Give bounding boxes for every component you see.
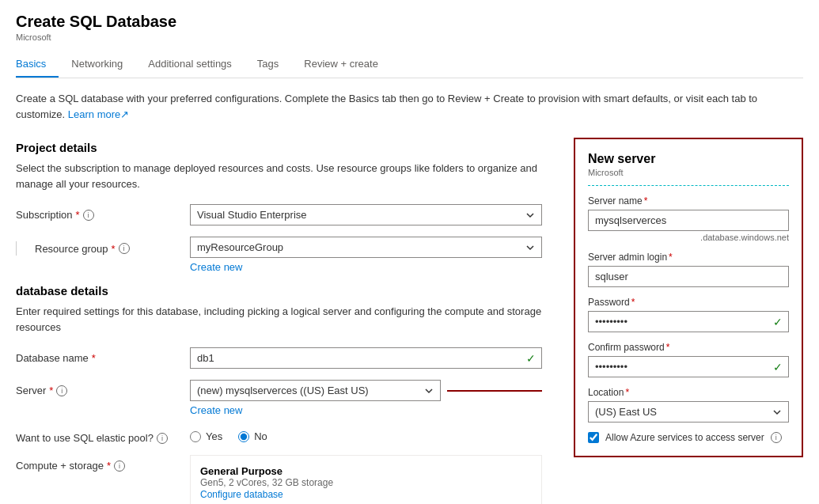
password-label: Password * (588, 297, 789, 308)
admin-login-label: Server admin login * (588, 252, 789, 263)
confirm-password-check-icon: ✓ (773, 361, 783, 373)
form-main: Project details Select the subscription … (16, 138, 542, 504)
resource-group-info-icon[interactable]: i (119, 243, 130, 254)
admin-login-field: Server admin login * (588, 252, 789, 287)
compute-desc: Gen5, 2 vCores, 32 GB storage (200, 477, 532, 488)
allow-azure-checkbox[interactable] (588, 432, 599, 443)
learn-more-link[interactable]: Learn more↗ (68, 108, 129, 120)
nav-tabs: Basics Networking Additional settings Ta… (16, 51, 803, 78)
tab-basics[interactable]: Basics (16, 51, 59, 78)
subscription-info-icon[interactable]: i (83, 210, 94, 221)
resource-group-select[interactable]: myResourceGroup (190, 237, 542, 258)
compute-info-icon[interactable]: i (114, 460, 125, 472)
location-field: Location * (US) East US (588, 387, 789, 423)
server-row: Server * i (new) mysqlserverces ((US) Ea… (16, 380, 542, 416)
elastic-pool-label: Want to use SQL elastic pool? i (16, 427, 190, 444)
server-label: Server * i (16, 380, 190, 396)
new-server-panel: New server Microsoft Server name * .data… (574, 138, 803, 504)
server-control: (new) mysqlserverces ((US) East US) Crea… (190, 380, 542, 416)
subscription-label: Subscription * i (16, 204, 190, 221)
confirm-password-label: Confirm password * (588, 342, 789, 353)
tab-additional-settings[interactable]: Additional settings (135, 51, 245, 78)
compute-storage-control: General Purpose Gen5, 2 vCores, 32 GB st… (190, 455, 542, 504)
compute-title: General Purpose (200, 465, 532, 477)
location-select[interactable]: (US) East US (588, 401, 789, 423)
database-name-check-icon: ✓ (526, 352, 536, 365)
tab-networking[interactable]: Networking (59, 51, 135, 78)
server-name-suffix: .database.windows.net (588, 233, 789, 242)
resource-group-row: Resource group * i myResourceGroup Creat… (16, 237, 542, 273)
elastic-pool-yes-radio[interactable] (190, 431, 201, 442)
page-header: Create SQL Database Microsoft (16, 13, 803, 42)
elastic-pool-yes-option[interactable]: Yes (190, 430, 222, 442)
page-container: Create SQL Database Microsoft Basics Net… (0, 0, 819, 504)
elastic-pool-control: Yes No (190, 427, 542, 442)
resource-group-control: myResourceGroup Create new (190, 237, 542, 273)
password-input[interactable] (588, 311, 789, 332)
database-name-row: Database name * ✓ (16, 347, 542, 369)
compute-box: General Purpose Gen5, 2 vCores, 32 GB st… (190, 455, 542, 504)
confirm-password-input[interactable] (588, 356, 789, 377)
location-label: Location * (588, 387, 789, 398)
allow-azure-info-icon[interactable]: i (771, 432, 782, 443)
panel-title: New server (588, 152, 789, 166)
tab-tags[interactable]: Tags (245, 51, 291, 78)
server-name-field: Server name * .database.windows.net (588, 195, 789, 242)
admin-login-input[interactable] (588, 266, 789, 287)
confirm-password-field: Confirm password * ✓ (588, 342, 789, 377)
create-new-server-link[interactable]: Create new (190, 404, 542, 416)
database-details-title: database details (16, 284, 542, 297)
password-check-icon: ✓ (773, 316, 783, 328)
new-server-box: New server Microsoft Server name * .data… (574, 138, 803, 457)
server-select-row: (new) mysqlserverces ((US) East US) (190, 380, 542, 401)
page-title: Create SQL Database (16, 13, 803, 31)
allow-azure-row: Allow Azure services to access server i (588, 432, 789, 443)
resource-group-label: Resource group * i (16, 237, 190, 256)
form-layout: Project details Select the subscription … (16, 138, 803, 504)
subscription-select[interactable]: Visual Studio Enterprise (190, 204, 542, 225)
database-name-control: ✓ (190, 347, 542, 369)
compute-storage-label: Compute + storage * i (16, 455, 190, 472)
server-line (447, 390, 542, 392)
database-name-input[interactable] (190, 347, 542, 369)
project-details-title: Project details (16, 141, 542, 154)
elastic-pool-row: Want to use SQL elastic pool? i Yes No (16, 427, 542, 444)
server-select[interactable]: (new) mysqlserverces ((US) East US) (190, 380, 441, 401)
subscription-row: Subscription * i Visual Studio Enterpris… (16, 204, 542, 225)
server-name-label: Server name * (588, 195, 789, 207)
confirm-password-input-wrapper: ✓ (588, 356, 789, 377)
password-input-wrapper: ✓ (588, 311, 789, 332)
create-new-rg-link[interactable]: Create new (190, 261, 542, 273)
elastic-pool-radio-group: Yes No (190, 427, 542, 442)
configure-database-link[interactable]: Configure database (200, 489, 283, 500)
description-text: Create a SQL database with your preferre… (16, 91, 803, 122)
panel-subtitle: Microsoft (588, 168, 789, 186)
project-details-desc: Select the subscription to manage deploy… (16, 161, 542, 191)
elastic-pool-no-radio[interactable] (238, 431, 249, 442)
database-name-input-wrapper: ✓ (190, 347, 542, 369)
database-name-label: Database name * (16, 347, 190, 364)
subscription-control: Visual Studio Enterprise (190, 204, 542, 225)
elastic-pool-info-icon[interactable]: i (157, 433, 168, 444)
tab-review-create[interactable]: Review + create (291, 51, 391, 78)
elastic-pool-no-option[interactable]: No (238, 430, 267, 442)
allow-azure-label[interactable]: Allow Azure services to access server (605, 432, 764, 443)
password-field: Password * ✓ (588, 297, 789, 332)
database-details-desc: Enter required settings for this databas… (16, 304, 542, 335)
compute-storage-row: Compute + storage * i General Purpose Ge… (16, 455, 542, 504)
server-name-input[interactable] (588, 210, 789, 231)
server-info-icon[interactable]: i (56, 385, 67, 396)
page-subtitle: Microsoft (16, 32, 803, 42)
